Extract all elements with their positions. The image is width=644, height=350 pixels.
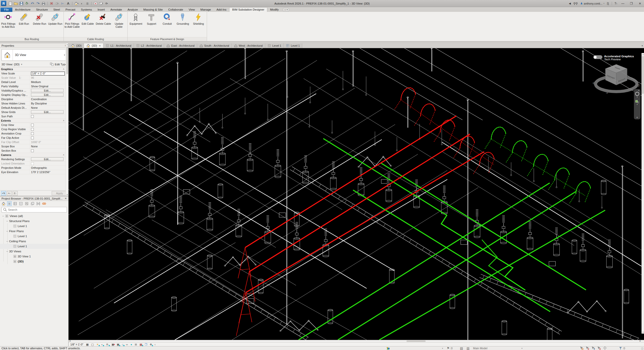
property-value[interactable]: Medium <box>30 80 65 84</box>
view-tab-level-1[interactable]: Level 1 <box>265 43 284 48</box>
shadows-icon[interactable]: ◐ <box>101 343 103 346</box>
search-input[interactable] <box>8 208 65 211</box>
full-navigation-wheel-icon[interactable] <box>635 92 639 96</box>
modify-pick-icon[interactable]: ⌘ <box>49 1 54 6</box>
property-value[interactable]: None <box>30 106 65 110</box>
sync-with-central-icon[interactable]: ⥁▾ <box>24 1 29 6</box>
home-icon[interactable] <box>1 201 6 206</box>
checkbox[interactable] <box>31 132 34 135</box>
select-links-icon[interactable] <box>580 346 583 350</box>
tree-item-level-1[interactable]: Level 1 <box>0 244 68 249</box>
collapse-section-icon[interactable]: ˄ <box>63 154 64 156</box>
tree-item-3d-view-1[interactable]: 3D View 1 <box>0 254 68 259</box>
tree-item-structural-plans[interactable]: −Structural Plans <box>0 219 68 224</box>
edit-type-button[interactable]: Edit Type <box>50 62 67 66</box>
ribbon-tab-systems[interactable]: Systems <box>78 8 95 12</box>
expander-icon[interactable]: − <box>6 230 8 233</box>
chevron-down-icon[interactable]: ▼ <box>636 104 638 105</box>
project-browser-close-icon[interactable]: ✕ <box>65 197 67 200</box>
visual-style-icon[interactable]: ▢ <box>91 343 94 346</box>
property-value[interactable]: Orthographic <box>30 166 65 170</box>
back-arrow-icon[interactable]: ◀ <box>569 2 571 5</box>
conduit-button[interactable]: Conduit <box>159 12 175 25</box>
property-value[interactable]: Edit... <box>30 89 65 93</box>
revit-logo-icon[interactable]: R <box>1 1 6 6</box>
checkbox[interactable] <box>31 137 34 139</box>
property-value[interactable] <box>30 161 65 166</box>
checkbox[interactable] <box>31 128 34 131</box>
collapse-section-icon[interactable]: ˄ <box>63 119 64 122</box>
expander-icon[interactable]: − <box>6 250 8 253</box>
expander-icon[interactable]: − <box>6 220 8 223</box>
property-value[interactable] <box>30 114 65 118</box>
ribbon-tab-add-ins[interactable]: Add-Ins <box>214 8 229 12</box>
grounding-button[interactable]: Grounding <box>175 12 191 25</box>
views-icon[interactable] <box>7 201 12 206</box>
checkbox[interactable] <box>31 115 34 118</box>
ribbon-tab-architecture[interactable]: Architecture <box>12 8 33 12</box>
pick-cable-button[interactable]: Pick Fittingsto Add Cable <box>64 12 80 28</box>
apply-button[interactable]: Apply <box>52 191 67 195</box>
edit-button[interactable]: Edit... <box>31 89 64 92</box>
new-file-icon[interactable] <box>8 1 13 6</box>
search-box[interactable] <box>2 207 67 212</box>
properties-scrollbar[interactable]: ▲▼ <box>66 43 68 196</box>
sheets-icon[interactable] <box>19 201 23 206</box>
property-value[interactable]: Edit... <box>30 110 65 114</box>
accelerated-graphics-toggle[interactable] <box>593 55 602 59</box>
show-crop-region-icon[interactable]: ▣ <box>117 343 119 346</box>
zoom-region-icon[interactable] <box>635 100 639 103</box>
view-tab-east-architectural[interactable]: East - Architectural <box>164 43 197 48</box>
search-binoculars-icon[interactable]: ⚲⚲ <box>573 2 578 5</box>
unlocked-3d-view-icon[interactable]: ⌂ <box>122 343 124 346</box>
property-value[interactable]: Show Original <box>30 84 65 88</box>
property-value[interactable]: Coordination <box>30 97 65 101</box>
customize-qat-icon[interactable]: ⚙▾ <box>104 1 109 6</box>
measure-icon[interactable]: □▾ <box>55 1 60 6</box>
edit-cable-button[interactable]: Edit Cable <box>80 12 96 25</box>
edit-run-button[interactable]: Edit Run <box>16 12 32 25</box>
navbar-close-icon[interactable]: ✕ <box>638 90 639 92</box>
drag-on-selection-icon[interactable] <box>603 346 607 350</box>
property-value[interactable]: None <box>30 144 65 148</box>
tree-item--3d-[interactable]: {3D} <box>0 259 68 264</box>
switch-windows-icon[interactable]: ▾ <box>99 1 103 6</box>
select-pinned-icon[interactable] <box>592 346 595 350</box>
user-account[interactable]: ♟anthony.conti...▾ <box>580 2 604 5</box>
section-header-extents[interactable]: Extents˄ <box>0 119 68 123</box>
property-value[interactable]: Edit... <box>30 93 65 97</box>
chevron-down-icon[interactable]: ▾ <box>21 63 22 66</box>
sort-desc-button[interactable]: Z↓ <box>13 191 18 196</box>
tree-item-3d-views[interactable]: −3D Views <box>0 249 68 254</box>
tree-item-views-all-[interactable]: −Views (all) <box>0 213 68 219</box>
delete-run-button[interactable]: Delete Run <box>32 12 47 25</box>
select-underlay-icon[interactable] <box>586 346 589 350</box>
sun-settings-icon[interactable]: ☀ <box>96 343 99 346</box>
edit-button[interactable]: Edit... <box>31 157 64 161</box>
panel-schedules-icon[interactable] <box>24 201 29 206</box>
horizontal-scrollbar[interactable]: ◀▶ <box>69 340 644 342</box>
open-file-icon[interactable] <box>13 1 18 6</box>
ribbon-tab-steel[interactable]: Steel <box>51 8 63 12</box>
support-button[interactable]: Support <box>144 12 159 25</box>
minimize-ribbon-button[interactable]: ▭ ▾ <box>283 8 289 11</box>
link-icon[interactable] <box>42 201 46 206</box>
type-selector[interactable]: 3D View ▾ <box>2 49 67 61</box>
restore-button[interactable]: ❐ <box>628 2 634 5</box>
ribbon-tab-annotate[interactable]: Annotate <box>108 8 125 12</box>
edit-button[interactable]: Edit... <box>31 93 64 97</box>
render-dialog-icon[interactable]: ☕ <box>106 343 109 346</box>
view-tab-south-architectural[interactable]: South - Architectural <box>197 43 232 48</box>
checkbox[interactable] <box>31 149 34 152</box>
undo-icon[interactable]: ↶▾ <box>30 1 35 6</box>
section-header-camera[interactable]: Camera˄ <box>0 153 68 157</box>
vertical-scrollbar[interactable]: ▲▼ <box>641 53 644 334</box>
equipment-button[interactable]: Equipment <box>128 12 144 25</box>
update-run-button[interactable]: Update Run <box>47 12 63 25</box>
close-tab-icon[interactable]: ✕ <box>99 44 101 47</box>
reveal-hidden-elements-icon[interactable]: ● <box>131 343 132 346</box>
ribbon-tab-structure[interactable]: Structure <box>33 8 51 12</box>
delete-cable-button[interactable]: Delete Cable <box>96 12 111 25</box>
crop-view-icon[interactable]: ▣✕ <box>111 343 114 346</box>
expander-icon[interactable]: − <box>2 215 4 218</box>
